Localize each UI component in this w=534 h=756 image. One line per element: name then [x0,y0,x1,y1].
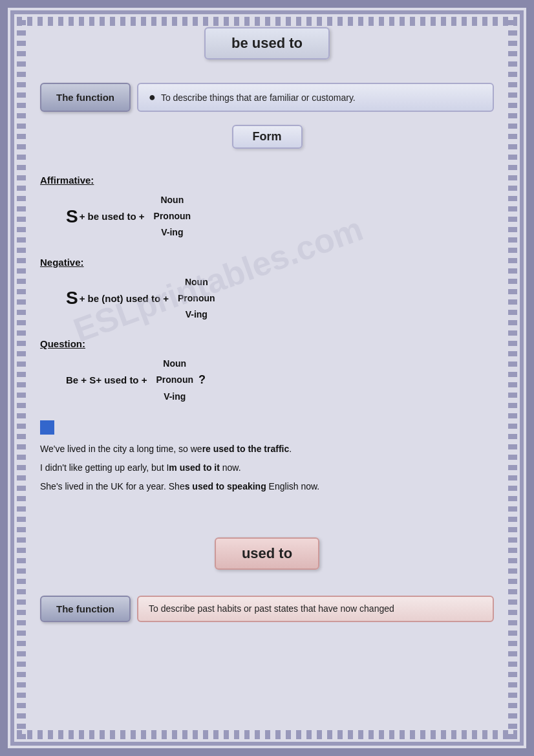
question-ving: V-ing [164,389,186,405]
example3-bold: s used to speaking [185,481,266,491]
used-to-title-text: used to [242,545,292,561]
function-label-text-2: The function [56,603,114,614]
example-line-1: We've lived in the city a long time, so … [40,442,494,456]
blue-square-icon [40,420,54,435]
question-label: Question: [40,338,494,349]
negative-section: Negative: S + be (not) used to + Noun Pr… [40,257,494,323]
negative-label: Negative: [40,257,494,268]
used-to-title: used to [215,537,319,570]
example2-plain1: I didn't like getting up early, but I [40,462,169,473]
negative-formula-s: S [66,288,78,308]
affirmative-noun: Noun [160,192,184,208]
example2-bold: m used to it [169,462,220,473]
function-label-1: The function [40,83,131,112]
affirmative-label: Affirmative: [40,175,494,186]
affirmative-ving: V-ing [161,224,183,241]
function-label-2: The function [40,596,131,622]
question-formula-main: Be + S+ used to + [66,374,147,385]
question-label-text: Question: [40,338,85,349]
question-noun: Noun [163,356,186,372]
negative-label-text: Negative: [40,257,84,268]
content-area: be used to The function ● To describe th… [14,14,520,648]
negative-ving: V-ing [186,307,208,323]
question-section: Question: Be + S+ used to + Noun Pronoun… [40,338,494,405]
function-desc-1: ● To describe things that are familiar o… [137,83,494,112]
form-title-text: Form [253,130,282,143]
negative-pronoun: Pronoun [178,290,215,307]
examples-section: We've lived in the city a long time, so … [40,420,494,493]
be-used-to-title: be used to [204,27,330,59]
function-row-1: The function ● To describe things that a… [40,83,494,112]
question-formula-row: Be + S+ used to + Noun Pronoun V-ing ? [66,356,494,405]
example-line-3: She's lived in the UK for a year. Shes u… [40,480,494,493]
affirmative-formula-s: S [66,206,78,227]
title-row-2: used to [40,537,494,570]
affirmative-formula-main: + be used to + [80,211,145,222]
affirmative-pronoun: Pronoun [154,208,191,224]
question-pronoun: Pronoun [156,372,193,388]
example1-bold: re used to the traffic [202,444,290,454]
negative-noun: Noun [185,274,208,290]
example2-plain2: now. [220,462,241,473]
affirmative-formula-row: S + be used to + Noun Pronoun V-ing [66,192,494,241]
question-npv: Noun Pronoun V-ing [156,356,193,405]
function-desc-2: To describe past habits or past states t… [137,596,494,622]
question-mark: ? [198,373,206,387]
negative-formula-row: S + be (not) used to + Noun Pronoun V-in… [66,274,494,323]
title-row-1: be used to [40,27,494,72]
function-desc-text-2: To describe past habits or past states t… [149,603,394,614]
form-title-row: Form [40,125,494,149]
example1-end: . [289,444,292,454]
affirmative-npv: Noun Pronoun V-ing [154,192,191,241]
function-row-2: The function To describe past habits or … [40,596,494,622]
example-line-2: I didn't like getting up early, but Im u… [40,461,494,475]
negative-formula-main: + be (not) used to + [80,293,169,304]
example3-plain2: English now. [266,481,320,491]
be-used-to-title-text: be used to [231,35,303,51]
example3-plain1: She's lived in the UK for a year. She [40,481,185,491]
affirmative-label-text: Affirmative: [40,175,94,186]
function-label-text-1: The function [56,92,114,103]
bullet-icon-1: ● [149,91,156,104]
form-title-box: Form [232,125,303,149]
page: be used to The function ● To describe th… [0,0,534,756]
negative-npv: Noun Pronoun V-ing [178,274,215,323]
function-desc-text-1: To describe things that are familiar or … [161,92,356,103]
example1-plain: We've lived in the city a long time, so … [40,444,202,454]
affirmative-section: Affirmative: S + be used to + Noun Prono… [40,175,494,241]
